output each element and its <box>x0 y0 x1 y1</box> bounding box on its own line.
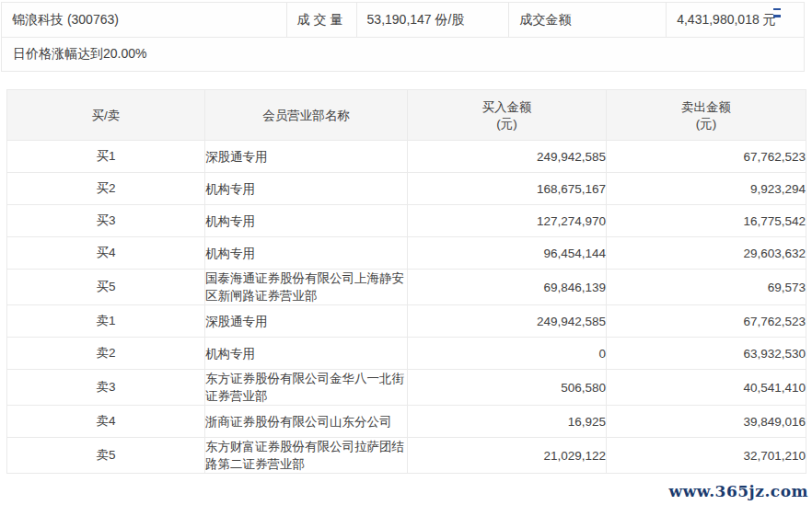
table-row: 买3 机构专用 127,274,970 16,775,542 <box>7 205 806 237</box>
buy-amount-cell: 16,925 <box>408 406 607 438</box>
branch-name-cell: 机构专用 <box>205 338 408 370</box>
branch-name-cell: 东方证券股份有限公司金华八一北街证券营业部 <box>205 370 408 406</box>
header-buy-label: 买入金额 <box>408 98 606 116</box>
sell-amount-cell: 69,573 <box>607 270 806 305</box>
sell-amount-cell: 9,923,294 <box>607 173 806 205</box>
watermark: www.365jz.com <box>669 482 809 500</box>
rank-cell: 买2 <box>7 173 205 205</box>
header-sell-amount: 卖出金额 (元) <box>607 90 806 141</box>
table-row: 卖4 浙商证券股份有限公司山东分公司 16,925 39,849,016 <box>7 406 806 438</box>
sell-amount-cell: 32,701,210 <box>607 438 806 474</box>
branch-name-cell: 机构专用 <box>205 205 408 237</box>
stock-name: 锦浪科技 (300763) <box>2 3 287 37</box>
header-buy-unit: (元) <box>408 116 606 132</box>
sell-amount-cell: 67,762,523 <box>607 141 806 173</box>
table-body: 买1 深股通专用 249,942,585 67,762,523 买2 机构专用 … <box>7 141 806 474</box>
buy-amount-cell: 69,846,139 <box>408 270 607 305</box>
stock-info-bar: 锦浪科技 (300763) 成 交 量 53,190,147 份/股 成交金额 … <box>1 2 805 72</box>
branch-name-cell: 机构专用 <box>205 237 408 270</box>
sell-amount-cell: 67,762,523 <box>607 305 806 338</box>
rank-cell: 卖2 <box>7 338 205 370</box>
rank-cell: 卖3 <box>7 370 205 406</box>
trading-seats-table-wrap: 买/卖 会员营业部名称 买入金额 (元) 卖出金额 (元) 买1 深股通专用 2… <box>6 89 806 474</box>
header-side-label: 买/卖 <box>7 107 204 124</box>
buy-amount-cell: 506,580 <box>408 370 607 406</box>
branch-name-cell: 机构专用 <box>205 173 408 205</box>
rank-cell: 卖4 <box>7 406 205 438</box>
rank-cell: 买1 <box>7 141 205 173</box>
table-row: 买2 机构专用 168,675,167 9,923,294 <box>7 173 806 205</box>
sell-amount-cell: 39,849,016 <box>607 406 806 438</box>
sell-amount-cell: 40,541,410 <box>607 370 806 406</box>
buy-amount-cell: 21,029,122 <box>408 438 607 474</box>
header-branch: 会员营业部名称 <box>205 90 408 141</box>
table-row: 买4 机构专用 96,454,144 29,603,632 <box>7 237 806 270</box>
header-sell-label: 卖出金额 <box>607 98 806 116</box>
table-row: 买1 深股通专用 249,942,585 67,762,523 <box>7 141 806 173</box>
rank-cell: 卖5 <box>7 438 205 474</box>
branch-name-cell: 深股通专用 <box>205 141 408 173</box>
sell-amount-cell: 16,775,542 <box>607 205 806 237</box>
turnover-value: 4,431,980,018 元 <box>667 3 804 37</box>
volume-label: 成 交 量 <box>287 3 357 37</box>
header-buy-amount: 买入金额 (元) <box>408 90 607 141</box>
header-branch-label: 会员营业部名称 <box>205 107 407 124</box>
turnover-label: 成交金额 <box>509 3 667 37</box>
table-header: 买/卖 会员营业部名称 买入金额 (元) 卖出金额 (元) <box>7 90 806 141</box>
listing-reason-row: 日价格涨幅达到20.00% <box>2 37 804 71</box>
table-row: 卖2 机构专用 0 63,932,530 <box>7 338 806 370</box>
buy-amount-cell: 0 <box>408 338 607 370</box>
buy-amount-cell: 127,274,970 <box>408 205 607 237</box>
rank-cell: 买3 <box>7 205 205 237</box>
header-side: 买/卖 <box>7 90 205 141</box>
table-row: 卖3 东方证券股份有限公司金华八一北街证券营业部 506,580 40,541,… <box>7 370 806 406</box>
buy-amount-cell: 249,942,585 <box>408 305 607 338</box>
branch-name-cell: 深股通专用 <box>205 305 408 338</box>
branch-name-cell: 浙商证券股份有限公司山东分公司 <box>205 406 408 438</box>
table-row: 卖1 深股通专用 249,942,585 67,762,523 <box>7 305 806 338</box>
rank-cell: 买4 <box>7 237 205 270</box>
buy-amount-cell: 96,454,144 <box>408 237 607 270</box>
table-row: 买5 国泰海通证券股份有限公司上海静安区新闸路证券营业部 69,846,139 … <box>7 270 806 305</box>
listing-reason-text: 日价格涨幅达到20.00% <box>13 46 146 63</box>
header-sell-unit: (元) <box>607 116 806 132</box>
buy-amount-cell: 249,942,585 <box>408 141 607 173</box>
branch-name-cell: 东方财富证券股份有限公司拉萨团结路第二证券营业部 <box>205 438 408 474</box>
branch-name-cell: 国泰海通证券股份有限公司上海静安区新闸路证券营业部 <box>205 270 408 305</box>
rank-cell: 卖1 <box>7 305 205 338</box>
stock-summary-row: 锦浪科技 (300763) 成 交 量 53,190,147 份/股 成交金额 … <box>2 3 804 37</box>
sell-amount-cell: 29,603,632 <box>607 237 806 270</box>
buy-amount-cell: 168,675,167 <box>408 173 607 205</box>
sell-amount-cell: 63,932,530 <box>607 338 806 370</box>
volume-value: 53,190,147 份/股 <box>357 3 510 37</box>
rank-cell: 买5 <box>7 270 205 305</box>
trading-seats-table: 买/卖 会员营业部名称 买入金额 (元) 卖出金额 (元) 买1 深股通专用 2… <box>6 89 806 474</box>
table-row: 卖5 东方财富证券股份有限公司拉萨团结路第二证券营业部 21,029,122 3… <box>7 438 806 474</box>
